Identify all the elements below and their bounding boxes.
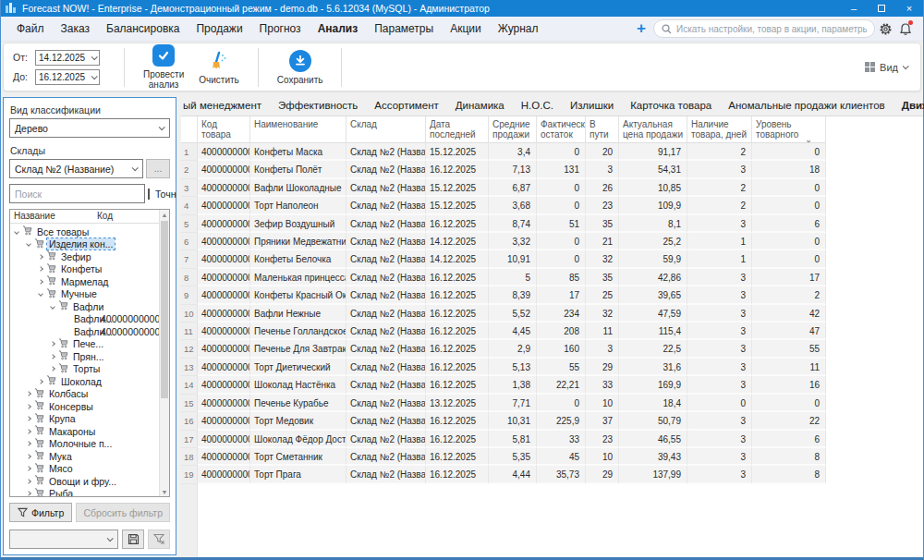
table-row[interactable]: 84000000000021Маленькая принцессаСклад №… bbox=[181, 269, 923, 286]
table-row[interactable]: 44000000000031Торт НаполеонСклад №2 (Наз… bbox=[181, 197, 923, 214]
column-header-Средние продажи[interactable]: Средние продажи bbox=[489, 116, 537, 143]
tree-node-Зефир[interactable]: Зефир bbox=[10, 250, 169, 263]
global-search[interactable] bbox=[653, 19, 875, 38]
table-row[interactable]: 184000000000034Торт СметанникСклад №2 (Н… bbox=[181, 448, 923, 466]
tree-header-code[interactable]: Код bbox=[95, 210, 169, 223]
tree-twist[interactable] bbox=[48, 367, 57, 371]
tree-node-Прян[interactable]: Прян... bbox=[10, 350, 169, 363]
tree-twist[interactable] bbox=[24, 455, 33, 458]
table-row[interactable]: 164000000000032Торт МедовикСклад №2 (Наз… bbox=[181, 412, 923, 430]
tree-twist[interactable] bbox=[24, 242, 33, 246]
column-header-Дата последней продажи[interactable]: Дата последней продажи bbox=[426, 116, 489, 143]
scroll-up-icon[interactable]: ▲ bbox=[160, 210, 169, 219]
table-row[interactable]: 94000000000019Конфеты Красный ОктябрьСкл… bbox=[181, 286, 923, 304]
tree-node-Молочные п[interactable]: Молочные п... bbox=[10, 438, 169, 451]
maximize-button[interactable] bbox=[868, 0, 895, 17]
tree-twist[interactable] bbox=[24, 405, 33, 408]
tree-twist[interactable] bbox=[36, 255, 45, 259]
close-button[interactable]: × bbox=[895, 0, 923, 17]
table-row[interactable]: 34000000000028Вафли ШоколадныеСклад №2 (… bbox=[181, 179, 923, 197]
menu-item-Файл[interactable]: Файл bbox=[8, 17, 53, 41]
tree-node-Вафли[interactable]: Вафли...4000000000027 bbox=[10, 325, 169, 338]
column-header-Фактический остаток[interactable]: Фактический остаток bbox=[537, 116, 586, 143]
table-row[interactable]: 24000000000018Конфеты ПолётСклад №2 (Наз… bbox=[181, 161, 923, 178]
tree-twist[interactable] bbox=[36, 380, 45, 383]
save-button[interactable]: Сохранить bbox=[270, 48, 331, 87]
global-search-input[interactable] bbox=[676, 24, 867, 34]
tree-node-Шоколад[interactable]: Шоколад bbox=[10, 375, 169, 388]
table-row[interactable]: 104000000000027Вафли НежныеСклад №2 (Наз… bbox=[181, 305, 923, 323]
menu-item-Анализ[interactable]: Анализ bbox=[310, 17, 367, 41]
tree-node-Изделия кон[interactable]: Изделия кон... bbox=[10, 238, 169, 251]
tree-node-Мармелад[interactable]: Мармелад bbox=[10, 275, 169, 288]
tree-node-Овощи и фру[interactable]: Овощи и фру... bbox=[10, 475, 169, 488]
tree-twist[interactable] bbox=[36, 267, 45, 271]
minimize-button[interactable]: – bbox=[840, 0, 868, 17]
table-row[interactable]: 74000000000020Конфеты БелочкаСклад №2 (Н… bbox=[181, 250, 923, 268]
table-row[interactable]: 124000000000026Печенье Для ЗавтракаСклад… bbox=[181, 340, 923, 358]
tree-node-Вафли[interactable]: Вафли bbox=[10, 300, 169, 313]
menu-item-Балансировка[interactable]: Балансировка bbox=[98, 17, 188, 41]
tree-twist[interactable] bbox=[48, 355, 57, 359]
table-row[interactable]: 194000000000035Торт ПрагаСклад №2 (Назва… bbox=[181, 466, 923, 483]
menu-item-Заказ[interactable]: Заказ bbox=[53, 17, 98, 41]
tree-twist[interactable] bbox=[36, 292, 45, 296]
tree-node-Консервы[interactable]: Консервы bbox=[10, 400, 169, 413]
tree-node-Конфеты[interactable]: Конфеты bbox=[10, 263, 169, 276]
scroll-down-icon[interactable]: ▼ bbox=[160, 487, 169, 496]
tree-twist[interactable] bbox=[36, 280, 45, 284]
menu-item-Акции[interactable]: Акции bbox=[442, 17, 490, 41]
tree-node-Пече[interactable]: Пече... bbox=[10, 338, 169, 351]
tree-node-Рыба[interactable]: Рыба bbox=[10, 488, 169, 497]
warehouse-more-button[interactable]: ... bbox=[146, 159, 170, 178]
table-row[interactable]: 134000000000030Торт ДиетическийСклад №2 … bbox=[181, 359, 923, 376]
clear-button[interactable]: Очистить bbox=[191, 48, 247, 87]
tree-twist[interactable] bbox=[24, 492, 33, 495]
clear-filter-button[interactable] bbox=[148, 530, 170, 549]
tree-twist[interactable] bbox=[48, 342, 57, 346]
tree-header-name[interactable]: Название bbox=[10, 210, 95, 223]
table-row[interactable]: 154000000000025Печенье КурабьеСклад №2 (… bbox=[181, 395, 923, 412]
tab-Излишки[interactable]: Излишки bbox=[562, 95, 622, 116]
table-row[interactable]: 114000000000024Печенье ГолландскоеСклад … bbox=[181, 323, 923, 340]
menu-item-Параметры[interactable]: Параметры bbox=[366, 17, 442, 41]
tree-twist[interactable] bbox=[24, 392, 33, 396]
date-to-field[interactable]: 16.12.2025 bbox=[35, 69, 100, 85]
table-row[interactable]: 54000000000016Зефир ВоздушныйСклад №2 (Н… bbox=[181, 215, 923, 233]
reset-filter-button[interactable]: Сбросить фильтр bbox=[76, 503, 170, 522]
tree-twist[interactable] bbox=[24, 430, 33, 433]
column-header-Уровень товарного запаса, дней[interactable]: Уровень товарного запаса, дней bbox=[752, 116, 826, 143]
warehouse-select[interactable]: Склад №2 (Название) bbox=[9, 159, 143, 178]
view-dropdown[interactable]: Вид bbox=[865, 62, 911, 73]
filter-button[interactable]: Фильтр bbox=[9, 503, 72, 522]
tab-Карточка товара[interactable]: Карточка товара bbox=[622, 95, 720, 116]
saved-filter-select[interactable] bbox=[9, 530, 118, 549]
table-row[interactable]: 64000000000029Пряники МедвежатникСклад №… bbox=[181, 233, 923, 250]
save-filter-button[interactable] bbox=[122, 530, 144, 549]
column-header-Код товара[interactable]: Код товара bbox=[198, 116, 250, 143]
tab-Эффективность[interactable]: Эффективность bbox=[270, 95, 366, 116]
plus-icon[interactable]: + bbox=[637, 19, 646, 38]
table-row[interactable]: 174000000000023Шоколад Фёдор Достоевский… bbox=[181, 431, 923, 448]
tree-twist[interactable] bbox=[24, 467, 33, 470]
tab-Динамика[interactable]: Динамика bbox=[447, 95, 513, 116]
tree-twist[interactable] bbox=[48, 305, 57, 309]
tree-search-input[interactable] bbox=[9, 184, 145, 203]
column-header-В пути[interactable]: В пути bbox=[586, 116, 619, 143]
tree-node-Мука[interactable]: Мука bbox=[10, 450, 169, 463]
menu-item-Продажи[interactable]: Продажи bbox=[188, 17, 250, 41]
table-row[interactable]: 14000000000017Конфеты МаскаСклад №2 (Наз… bbox=[181, 143, 923, 161]
table-row[interactable]: 144000000000022Шоколад НастёнкаСклад №2 … bbox=[181, 376, 923, 394]
scroll-thumb[interactable] bbox=[161, 221, 168, 398]
tab-Ассортимент[interactable]: Ассортимент bbox=[366, 95, 446, 116]
notifications-button[interactable] bbox=[895, 18, 916, 39]
column-header-Наличие товара, дней[interactable]: Наличие товара, дней bbox=[687, 116, 752, 143]
column-header-Склад[interactable]: Склад bbox=[346, 116, 426, 143]
date-from-field[interactable]: 14.12.2025 bbox=[35, 50, 100, 66]
tab-Движение товаров[interactable]: Движение товаров bbox=[894, 95, 924, 116]
column-header-Наименование[interactable]: Наименование bbox=[250, 116, 346, 143]
tab-Н.О.С.[interactable]: Н.О.С. bbox=[513, 95, 562, 116]
classification-select[interactable]: Дерево bbox=[9, 118, 170, 138]
tree-node-Все товары[interactable]: Все товары bbox=[10, 225, 169, 238]
exact-checkbox[interactable] bbox=[148, 189, 150, 200]
